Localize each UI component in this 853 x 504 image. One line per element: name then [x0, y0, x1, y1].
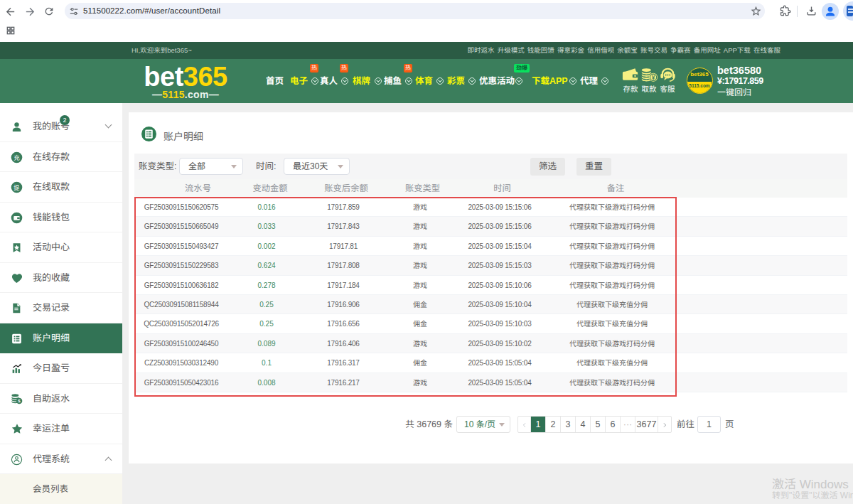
svg-text:充: 充 [14, 152, 20, 161]
svg-text:提: 提 [13, 183, 20, 191]
svg-text:¥: ¥ [651, 74, 655, 81]
